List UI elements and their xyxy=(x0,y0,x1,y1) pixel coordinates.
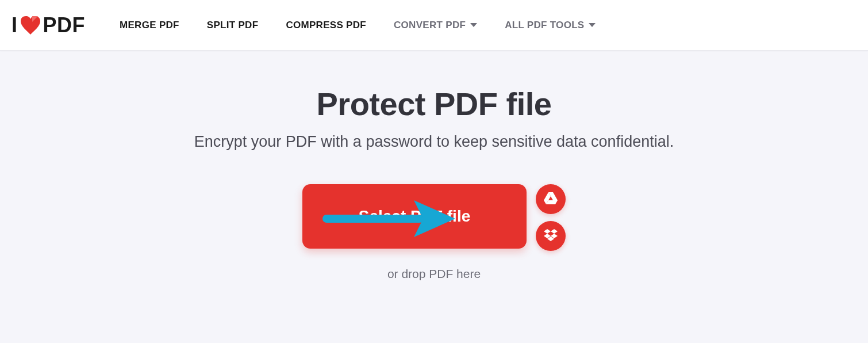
nav-convert-label: CONVERT PDF xyxy=(394,20,466,31)
main-content: Protect PDF file Encrypt your PDF with a… xyxy=(0,51,868,281)
chevron-down-icon xyxy=(470,23,477,27)
main-nav: MERGE PDF SPLIT PDF COMPRESS PDF CONVERT… xyxy=(120,20,596,31)
page-subtitle: Encrypt your PDF with a password to keep… xyxy=(0,133,868,151)
nav-all-pdf-tools[interactable]: ALL PDF TOOLS xyxy=(505,20,596,31)
nav-convert-pdf[interactable]: CONVERT PDF xyxy=(394,20,477,31)
cloud-upload-column xyxy=(536,184,566,251)
dropbox-button[interactable] xyxy=(536,221,566,251)
heart-icon xyxy=(20,16,41,35)
nav-split-pdf[interactable]: SPLIT PDF xyxy=(207,20,259,31)
page-title: Protect PDF file xyxy=(0,85,868,123)
logo-text-left: I xyxy=(11,13,18,37)
header: I PDF MERGE PDF SPLIT PDF COMPRESS PDF C… xyxy=(0,0,868,51)
logo[interactable]: I PDF xyxy=(11,13,85,37)
nav-merge-pdf[interactable]: MERGE PDF xyxy=(120,20,179,31)
google-drive-button[interactable] xyxy=(536,184,566,214)
nav-all-tools-label: ALL PDF TOOLS xyxy=(505,20,584,31)
upload-row: Select PDF file xyxy=(0,184,868,251)
dropbox-icon xyxy=(544,229,558,243)
logo-text-right: PDF xyxy=(43,13,86,37)
drop-hint: or drop PDF here xyxy=(0,267,868,281)
google-drive-icon xyxy=(544,192,558,207)
chevron-down-icon xyxy=(589,23,596,27)
select-pdf-button[interactable]: Select PDF file xyxy=(302,184,527,249)
nav-compress-pdf[interactable]: COMPRESS PDF xyxy=(286,20,366,31)
